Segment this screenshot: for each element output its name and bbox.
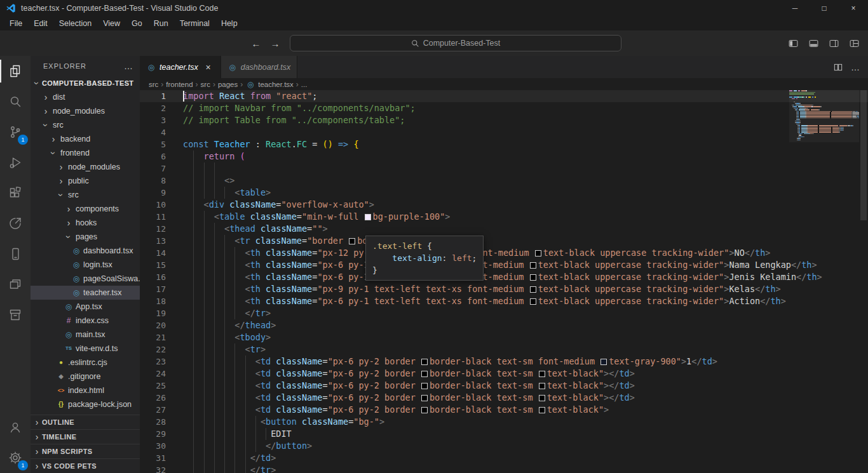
code-line[interactable]: 14 <th className="px-12 py-1 text-left t…	[140, 247, 868, 259]
code-line[interactable]: 12 <thead className="">	[140, 223, 868, 235]
explorer-more-actions[interactable]: …	[124, 61, 133, 71]
code-line[interactable]: 22 <tr>	[140, 343, 868, 356]
close-tab-icon[interactable]: ×	[203, 62, 214, 73]
tree-folder-backend[interactable]: ›backend	[31, 132, 140, 146]
source-control-icon[interactable]: 1	[0, 117, 31, 147]
minimap-slider[interactable]	[789, 90, 859, 142]
code-line[interactable]: 28 <button className="bg-">	[140, 416, 868, 428]
tree-folder-public[interactable]: ›public	[31, 174, 140, 188]
close-button[interactable]: ×	[839, 0, 868, 17]
code-line[interactable]: 29 EDIT	[140, 428, 868, 440]
tab-dashboard.tsx[interactable]: ◎dashboard.tsx	[221, 56, 298, 78]
tree-folder-src[interactable]: ›src	[31, 118, 140, 132]
tab-teacher.tsx[interactable]: ◎teacher.tsx×	[140, 56, 221, 78]
menu-terminal[interactable]: Terminal	[174, 17, 215, 30]
code-line[interactable]: 3// import Table from "../components/tab…	[140, 114, 868, 126]
tree-folder-node_modules[interactable]: ›node_modules	[31, 160, 140, 174]
tree-file-login.tsx[interactable]: ◎login.tsx	[31, 258, 140, 272]
code-line[interactable]: 4	[140, 126, 868, 138]
tree-file-App.tsx[interactable]: ◎App.tsx	[31, 300, 140, 314]
tree-file-.gitignore[interactable]: ◆.gitignore	[31, 370, 140, 383]
code-line[interactable]: 25 <td className="px-6 py-2 border borde…	[140, 380, 868, 392]
code-line[interactable]: 26 <td className="px-6 py-2 border borde…	[140, 392, 868, 404]
code-line[interactable]: 9 <table>	[140, 187, 868, 199]
split-editor-icon[interactable]	[833, 62, 843, 72]
tree-folder-node_modules[interactable]: ›node_modules	[31, 104, 140, 118]
code-line[interactable]: 16 <th className="px-6 py-1 text-left te…	[140, 271, 868, 283]
section-outline[interactable]: ›OUTLINE	[31, 415, 140, 429]
editor-scrollbar[interactable]	[859, 90, 868, 473]
tree-file-vite-env.d.ts[interactable]: TSvite-env.d.ts	[31, 342, 140, 356]
toggle-primary-sidebar-icon[interactable]	[785, 36, 801, 51]
code-line[interactable]: 7	[140, 163, 868, 175]
code-line[interactable]: 1import React from "react";	[140, 90, 868, 102]
menu-edit[interactable]: Edit	[28, 17, 53, 30]
breadcrumb-item[interactable]: ◎teacher.tsx	[245, 79, 294, 90]
tree-file-pageSoalSiswa.tsx[interactable]: ◎pageSoalSiswa.tsx	[31, 272, 140, 286]
code-line[interactable]: 27 <td className="px-6 py-2 border borde…	[140, 404, 868, 416]
scrollbar-slider[interactable]	[860, 90, 867, 220]
tree-file-main.tsx[interactable]: ◎main.tsx	[31, 328, 140, 342]
breadcrumb-item[interactable]: src	[201, 81, 210, 88]
code-line[interactable]: 6 return (	[140, 150, 868, 163]
breadcrumb-item[interactable]: ...	[301, 81, 308, 88]
tree-folder-hooks[interactable]: ›hooks	[31, 216, 140, 230]
code-line[interactable]: 10 <div className="overflow-x-auto">	[140, 199, 868, 211]
code-line[interactable]: 21 <tbody>	[140, 331, 868, 343]
code-line[interactable]: 11 <table className="min-w-full bg-purpl…	[140, 211, 868, 223]
menu-help[interactable]: Help	[215, 17, 243, 30]
nav-back-button[interactable]: ←	[248, 35, 264, 51]
breadcrumb-item[interactable]: frontend	[166, 81, 193, 88]
tree-folder-components[interactable]: ›components	[31, 202, 140, 216]
code-line[interactable]: 19 </tr>	[140, 307, 868, 319]
code-line[interactable]: 23 <td className="px-6 py-2 border borde…	[140, 356, 868, 368]
tree-folder-src[interactable]: ›src	[31, 188, 140, 202]
toggle-panel-icon[interactable]	[806, 36, 821, 51]
editor-more-actions-icon[interactable]: …	[851, 62, 860, 72]
code-line[interactable]: 20 </thead>	[140, 319, 868, 331]
code-line[interactable]: 5const Teacher : React.FC = () => {	[140, 138, 868, 150]
code-line[interactable]: 31 </td>	[140, 452, 868, 464]
breadcrumb-item[interactable]: pages	[218, 81, 238, 88]
toggle-secondary-sidebar-icon[interactable]	[826, 36, 841, 51]
tree-file-package-lock.json[interactable]: {}package-lock.json	[31, 397, 140, 411]
storage-icon[interactable]	[0, 300, 31, 330]
tree-file-teacher.tsx[interactable]: ◎teacher.tsx	[31, 286, 140, 300]
live-share-icon[interactable]	[0, 208, 31, 239]
tree-file-dashboard.tsx[interactable]: ◎dashboard.tsx	[31, 244, 140, 258]
explorer-icon[interactable]	[0, 56, 31, 86]
minimize-button[interactable]: ─	[780, 0, 810, 17]
tree-folder-frontend[interactable]: ›frontend	[31, 146, 140, 160]
code-line[interactable]: 2// import Navbar from "../components/na…	[140, 102, 868, 114]
account-icon[interactable]	[0, 412, 31, 443]
breadcrumb-item[interactable]: src	[149, 81, 158, 88]
tree-file-.eslintrc.cjs[interactable]: ●.eslintrc.cjs	[31, 356, 140, 370]
section-vs-code-pets[interactable]: ›VS CODE PETS	[31, 458, 140, 473]
code-line[interactable]: 18 <th className="px-6 py-1 text-left te…	[140, 295, 868, 307]
code-line[interactable]: 30 </button>	[140, 440, 868, 452]
code-line[interactable]: 15 <th className="px-6 py-1 text-left te…	[140, 259, 868, 271]
settings-gear-icon[interactable]: 1	[0, 443, 31, 473]
menu-run[interactable]: Run	[148, 17, 174, 30]
run-debug-icon[interactable]	[0, 147, 31, 178]
section-timeline[interactable]: ›TIMELINE	[31, 429, 140, 444]
customize-layout-icon[interactable]	[846, 36, 862, 51]
tree-folder-dist[interactable]: ›dist	[31, 90, 140, 104]
code-line[interactable]: 32 </tr>	[140, 464, 868, 473]
code-editor[interactable]: 1import React from "react";2// import Na…	[140, 90, 868, 473]
extensions-icon[interactable]	[0, 178, 31, 208]
code-line[interactable]: 13 <tr className="border border-black">	[140, 235, 868, 247]
section-npm-scripts[interactable]: ›NPM SCRIPTS	[31, 444, 140, 458]
tree-root-folder[interactable]: ›COMPUTER-BASED-TEST	[31, 76, 140, 90]
tree-file-index.css[interactable]: #index.css	[31, 314, 140, 328]
code-line[interactable]: 17 <th className="px-9 py-1 text-left te…	[140, 283, 868, 295]
code-line[interactable]: 24 <td className="px-6 py-2 border borde…	[140, 368, 868, 380]
tree-file-index.html[interactable]: <>index.html	[31, 383, 140, 397]
menu-view[interactable]: View	[97, 17, 126, 30]
code-line[interactable]: 8 <>	[140, 175, 868, 187]
mobile-view-icon[interactable]	[0, 239, 31, 269]
command-center-search[interactable]: Computer-Based-Test	[290, 35, 621, 51]
nav-forward-button[interactable]: →	[267, 35, 283, 51]
tree-folder-pages[interactable]: ›pages	[31, 230, 140, 244]
menu-file[interactable]: File	[4, 17, 28, 30]
